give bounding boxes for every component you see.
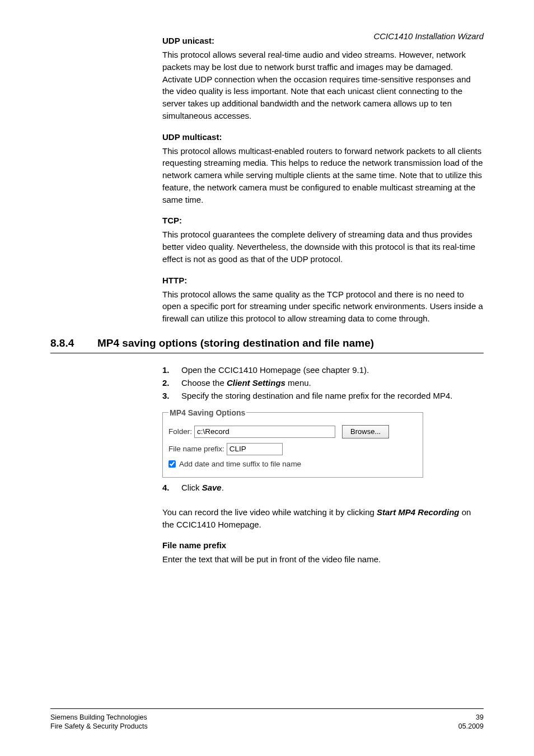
http-heading: HTTP: [162,276,484,285]
footer-date: 05.2009 [458,722,484,730]
step-4-pre: Click [181,483,202,492]
tcp-heading: TCP: [162,216,484,225]
step-2: 2. Choose the Client Settings menu. [162,376,484,389]
step-2-bold: Client Settings [227,378,285,388]
file-prefix-heading: File name prefix [162,540,484,550]
step-3-text: Specify the storing destination and file… [181,389,484,402]
step-3: 3. Specify the storing destination and f… [162,389,484,402]
prefix-input[interactable] [227,443,283,455]
step-4-num: 4. [162,481,181,494]
section-title: MP4 saving options (storing destination … [97,337,484,349]
step-4: 4. Click Save. [162,481,484,494]
page-footer: Siemens Building Technologies 39 Fire Sa… [50,708,484,730]
suffix-checkbox-label: Add date and time suffix to file name [179,460,301,468]
mp4-options-figure: MP4 Saving Options Folder: Browse... Fil… [162,408,484,478]
folder-label: Folder: [168,427,192,436]
step-2-num: 2. [162,376,181,389]
record-note-pre: You can record the live video while watc… [162,507,377,517]
page-number: 39 [476,713,484,721]
record-note-bold: Start MP4 Recording [377,507,460,517]
step-2-text: Choose the Client Settings menu. [181,376,484,389]
step-2-post: menu. [285,378,311,388]
prefix-label: File name prefix: [168,445,224,453]
step-4-text: Click Save. [181,481,484,494]
step-1-num: 1. [162,363,181,376]
mp4-options-fieldset: MP4 Saving Options Folder: Browse... Fil… [162,408,423,478]
doc-title: CCIC1410 Installation Wizard [373,31,484,41]
step-1-text: Open the CCIC1410 Homepage (see chapter … [181,363,484,376]
step-1: 1. Open the CCIC1410 Homepage (see chapt… [162,363,484,376]
section-number: 8.8.4 [50,337,82,349]
udp-multicast-body: This protocol allows multicast-enabled r… [162,145,484,206]
browse-button[interactable]: Browse... [342,425,389,438]
udp-unicast-body: This protocol allows several real-time a… [162,49,484,122]
mp4-options-legend: MP4 Saving Options [168,408,246,417]
suffix-checkbox[interactable] [168,460,176,468]
folder-input[interactable] [194,426,335,438]
footer-company: Siemens Building Technologies [50,713,147,721]
file-prefix-body: Enter the text that will be put in front… [162,553,484,566]
step-4-post: . [222,483,224,492]
step-2-pre: Choose the [181,378,227,388]
http-body: This protocol allows the same quality as… [162,288,484,325]
step-3-num: 3. [162,389,181,402]
step-4-bold: Save [202,483,222,492]
udp-multicast-heading: UDP multicast: [162,132,484,142]
section-rule [50,353,484,353]
tcp-body: This protocol guarantees the complete de… [162,228,484,265]
record-note: You can record the live video while watc… [162,506,484,531]
footer-rule [50,708,484,709]
footer-division: Fire Safety & Security Products [50,722,148,730]
